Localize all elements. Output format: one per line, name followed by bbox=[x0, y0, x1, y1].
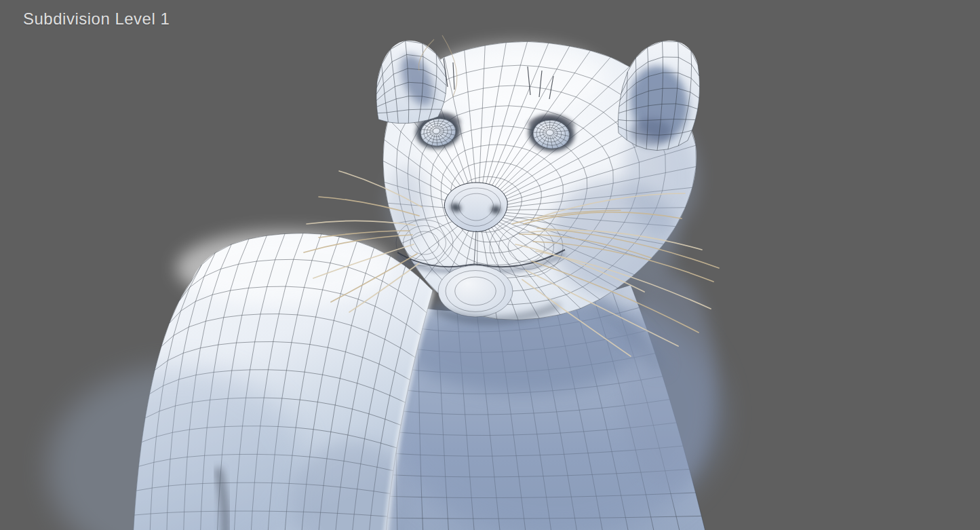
chin bbox=[438, 265, 513, 317]
wireframe-cat-render bbox=[0, 0, 980, 530]
subdivision-level-label: Subdivision Level 1 bbox=[23, 10, 170, 29]
body-mesh-group bbox=[47, 231, 433, 530]
render-viewport: Subdivision Level 1 bbox=[0, 0, 980, 530]
